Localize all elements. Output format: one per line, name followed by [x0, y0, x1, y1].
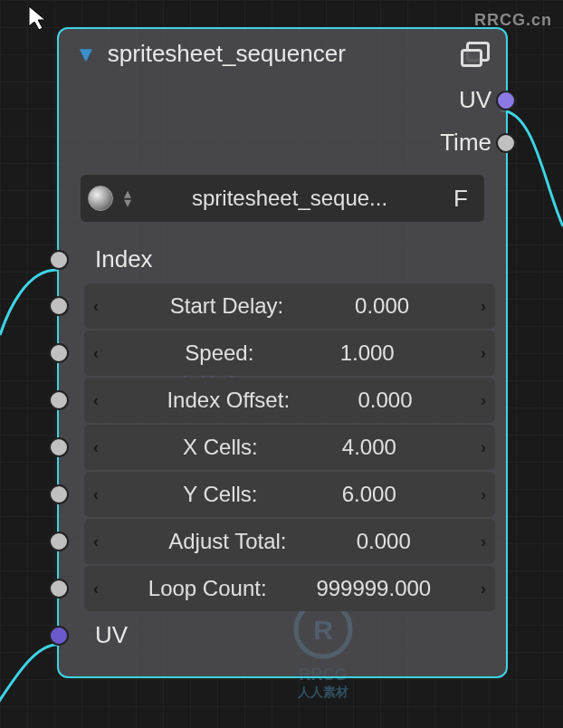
collapse-triangle-icon[interactable]: ▼ — [75, 42, 97, 67]
material-icon — [88, 186, 113, 211]
socket-input-x-cells[interactable] — [49, 437, 69, 457]
input-uv: UV — [59, 612, 506, 658]
chevron-right-icon[interactable]: › — [481, 532, 486, 551]
node-title: spritesheet_sequencer — [108, 40, 450, 68]
input-x-cells: ‹ X Cells: 4.000 › — [59, 424, 506, 471]
chevron-left-icon[interactable]: ‹ — [93, 391, 99, 410]
socket-input-adjust-total[interactable] — [49, 532, 69, 551]
chevron-right-icon[interactable]: › — [481, 297, 486, 316]
input-y-cells: ‹ Y Cells: 6.000 › — [59, 471, 506, 518]
chevron-left-icon[interactable]: ‹ — [93, 580, 99, 599]
node-group-selector[interactable]: ▴▾ spritesheet_seque... F — [81, 175, 484, 222]
socket-input-index-offset[interactable] — [49, 390, 69, 410]
input-adjust-total: ‹ Adjust Total: 0.000 › — [59, 518, 506, 565]
fake-user-button[interactable]: F — [444, 185, 477, 213]
chevron-right-icon[interactable]: › — [481, 580, 486, 599]
output-uv: UV — [59, 79, 506, 121]
node-group-icon[interactable] — [461, 42, 490, 67]
input-loop-count: ‹ Loop Count: 999999.000 › — [59, 565, 506, 612]
node-header[interactable]: ▼ spritesheet_sequencer — [59, 29, 506, 79]
socket-input-index[interactable] — [49, 250, 69, 270]
chevron-left-icon[interactable]: ‹ — [93, 532, 99, 551]
socket-input-start-delay[interactable] — [49, 296, 69, 316]
field-speed[interactable]: ‹ Speed: 1.000 › — [84, 330, 495, 376]
field-y-cells[interactable]: ‹ Y Cells: 6.000 › — [84, 472, 495, 517]
socket-output-uv[interactable] — [496, 91, 516, 110]
chevron-left-icon[interactable]: ‹ — [93, 297, 99, 316]
field-x-cells[interactable]: ‹ X Cells: 4.000 › — [84, 425, 495, 470]
input-start-delay: ‹ Start Delay: 0.000 › — [59, 283, 506, 330]
field-loop-count[interactable]: ‹ Loop Count: 999999.000 › — [84, 566, 495, 611]
socket-output-time[interactable] — [496, 133, 516, 153]
input-index-offset: ‹ Index Offset: 0.000 › — [59, 377, 506, 424]
input-index: Index — [59, 236, 506, 283]
field-index-offset[interactable]: ‹ Index Offset: 0.000 › — [84, 378, 495, 423]
input-speed: ‹ Speed: 1.000 › — [59, 330, 506, 377]
socket-input-uv[interactable] — [49, 626, 69, 646]
chevron-left-icon[interactable]: ‹ — [93, 438, 99, 457]
chevron-right-icon[interactable]: › — [481, 344, 486, 363]
socket-input-loop-count[interactable] — [49, 579, 69, 599]
chevron-left-icon[interactable]: ‹ — [93, 485, 99, 504]
chevron-left-icon[interactable]: ‹ — [93, 344, 99, 363]
chevron-right-icon[interactable]: › — [481, 438, 486, 457]
cursor-icon — [27, 5, 49, 38]
field-adjust-total[interactable]: ‹ Adjust Total: 0.000 › — [84, 519, 495, 564]
chevron-right-icon[interactable]: › — [481, 485, 486, 504]
updown-icon[interactable]: ▴▾ — [120, 189, 135, 206]
field-start-delay[interactable]: ‹ Start Delay: 0.000 › — [84, 283, 495, 329]
output-time: Time — [59, 121, 506, 164]
node-spritesheet-sequencer[interactable]: ▼ spritesheet_sequencer UV Time ▴▾ sprit… — [57, 27, 508, 678]
socket-input-y-cells[interactable] — [49, 484, 69, 504]
chevron-right-icon[interactable]: › — [481, 391, 486, 410]
socket-input-speed[interactable] — [49, 343, 69, 363]
